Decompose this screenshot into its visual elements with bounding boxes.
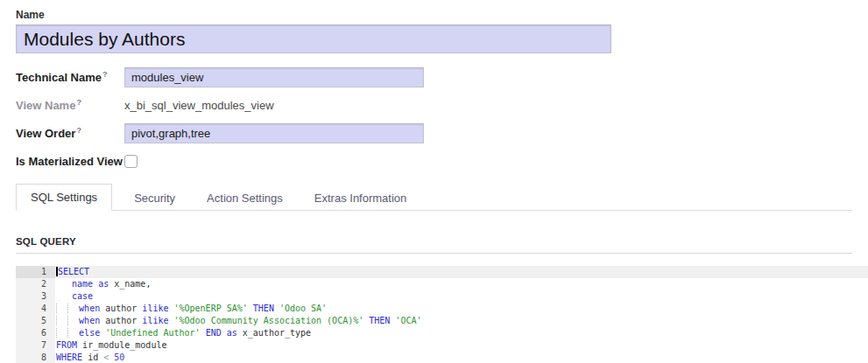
code-token: 'Odoo SA' [279, 304, 327, 313]
view-name-label: View Name? [16, 98, 124, 112]
code-line[interactable]: 4 when author ilike '%OpenERP SA%' THEN … [16, 303, 868, 315]
line-number: 8 [16, 352, 55, 363]
is-materialized-label: Is Materialized View [16, 155, 124, 168]
line-number: 5 [16, 315, 55, 327]
is-materialized-row: Is Materialized View [16, 151, 852, 171]
code-text: name as x_name, [55, 278, 868, 290]
code-line[interactable]: 6 else 'Undefined Author' END as x_autho… [16, 327, 868, 339]
code-token: id [82, 353, 103, 362]
code-token: x_name, [109, 279, 151, 289]
view-order-label: View Order? [16, 126, 124, 140]
code-token: ir_module_module [77, 340, 166, 350]
code-line[interactable]: 5 when author ilike '%Odoo Community Ass… [16, 315, 868, 327]
field-group: Technical Name? View Name? x_bi_sql_view… [16, 67, 852, 171]
tab-security[interactable]: Security [123, 185, 187, 211]
code-line[interactable]: 7FROM ir_module_module [16, 339, 868, 352]
view-name-label-text: View Name [16, 100, 75, 113]
technical-name-help-icon[interactable]: ? [102, 70, 108, 79]
code-text: when author ilike '%OpenERP SA%' THEN 'O… [55, 303, 868, 315]
code-token: x_author_type [237, 328, 311, 338]
code-token [56, 316, 67, 325]
line-number: 4 [16, 303, 55, 315]
line-number: 1 [16, 266, 55, 278]
line-number: 3 [16, 290, 55, 303]
code-token [67, 304, 79, 313]
code-token: 'Undefined Author' [105, 328, 200, 338]
technical-name-row: Technical Name? [16, 67, 852, 87]
code-token: ilike [142, 316, 168, 325]
code-text: WHERE id < 50 [55, 352, 868, 363]
code-token: WHERE [56, 353, 82, 362]
view-order-input[interactable] [124, 123, 424, 143]
sql-view-form: Name Technical Name? View Name? x_bi_sql… [0, 0, 868, 363]
notebook-tabs: SQL Settings Security Action Settings Ex… [16, 184, 852, 211]
view-order-label-text: View Order [16, 128, 75, 141]
code-text: SELECT [55, 266, 868, 278]
code-token: '%Odoo Community Association (OCA)%' [174, 316, 364, 325]
code-line[interactable]: 1SELECT [16, 266, 868, 278]
code-token [56, 279, 72, 289]
code-token: THEN [369, 316, 390, 325]
code-token: when [79, 316, 100, 325]
view-order-row: View Order? [16, 123, 852, 143]
technical-name-label: Technical Name? [16, 70, 124, 84]
code-token: '%OpenERP SA%' [174, 304, 248, 313]
code-token: END [206, 328, 222, 338]
code-token [56, 291, 72, 301]
section-divider [16, 253, 852, 254]
code-token: ilike [142, 304, 168, 313]
code-token: else [79, 328, 100, 338]
view-order-help-icon[interactable]: ? [76, 126, 81, 135]
sql-settings-panel: SQL QUERY 1SELECT2 name as x_name,3 case… [16, 211, 852, 363]
view-name-help-icon[interactable]: ? [76, 98, 81, 107]
line-number: 2 [16, 278, 55, 290]
tab-sql-settings[interactable]: SQL Settings [16, 184, 112, 211]
code-text: else 'Undefined Author' END as x_author_… [55, 327, 868, 339]
is-materialized-checkbox[interactable] [124, 155, 138, 168]
code-token: as [227, 328, 237, 338]
code-line[interactable]: 8WHERE id < 50 [16, 352, 868, 363]
code-text: when author ilike '%Odoo Community Assoc… [55, 315, 868, 327]
code-token: 'OCA' [395, 316, 421, 325]
view-name-value: x_bi_sql_view_modules_view [124, 99, 274, 112]
code-token: THEN [253, 304, 274, 313]
line-number: 7 [16, 339, 55, 352]
code-token [67, 328, 79, 338]
code-token [56, 304, 67, 313]
code-token: author [100, 316, 142, 325]
code-line[interactable]: 3 case [16, 290, 868, 303]
technical-name-input[interactable] [124, 67, 424, 87]
code-line[interactable]: 2 name as x_name, [16, 278, 868, 290]
code-token: 50 [114, 353, 124, 362]
code-token [56, 328, 67, 338]
code-token: name [72, 279, 93, 289]
technical-name-label-text: Technical Name [16, 72, 102, 85]
code-token [67, 316, 79, 325]
code-token: author [100, 304, 142, 313]
code-token: FROM [56, 340, 77, 350]
code-editor[interactable]: 1SELECT2 name as x_name,3 case4 when aut… [16, 266, 868, 363]
code-token: case [72, 291, 93, 301]
code-text: FROM ir_module_module [55, 339, 868, 352]
sql-query-section-title: SQL QUERY [16, 236, 852, 247]
code-token: SELECT [58, 267, 89, 276]
code-token: as [98, 279, 109, 289]
tab-action-settings[interactable]: Action Settings [195, 185, 294, 211]
name-input[interactable] [16, 24, 611, 53]
code-token: when [79, 304, 100, 313]
view-name-row: View Name? x_bi_sql_view_modules_view [16, 95, 852, 115]
tab-extras-information[interactable]: Extras Information [303, 185, 419, 211]
code-text: case [55, 290, 868, 303]
line-number: 6 [16, 327, 55, 339]
name-label: Name [16, 9, 852, 21]
